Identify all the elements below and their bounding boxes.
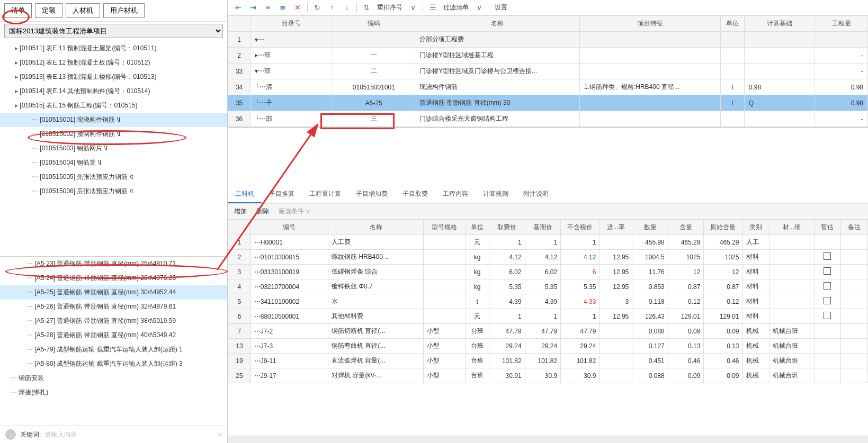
table-row[interactable]: 34└⋯清010515001001现浇构件钢筋1.钢筋种类、规格:HRB400 … <box>228 79 868 95</box>
tree-item[interactable]: [010515001] 现浇构件钢筋 \t <box>0 113 227 127</box>
indent-left-icon[interactable]: ⇤ <box>233 2 244 13</box>
tree-item[interactable]: [010515] 表E.15 钢筋工程(编号：010515) <box>0 98 227 113</box>
table-row[interactable]: 5⋯34110100002水t4.394.394.3330.1180.120.1… <box>228 294 868 309</box>
standard-select[interactable]: 国标2013建筑装饰工程清单项目 <box>4 24 223 38</box>
sub-tab[interactable]: 子目增加费 <box>348 186 395 203</box>
quota-tree[interactable]: [A5-23] 普通钢筋 带肋钢筋 直径(mm) 25\t\4810.71[A5… <box>0 256 227 426</box>
column-header[interactable]: 不含税价 <box>561 220 599 235</box>
tree-item[interactable]: [010515002] 预制构件钢筋 \t <box>0 127 227 141</box>
filter-button[interactable]: 过滤清单 <box>442 3 470 12</box>
checkbox-cell[interactable] <box>814 235 841 250</box>
add-button[interactable]: 增加 <box>234 207 247 216</box>
tree-item[interactable]: [A5-28] 普通钢筋 带肋钢筋 直径(mm) 40\t\5049.42 <box>0 328 227 342</box>
reorder-button[interactable]: 重排序号 <box>376 3 404 12</box>
tree-item[interactable]: [A5-25] 普通钢筋 带肋钢筋 直径(mm) 30\t\4952.44 <box>0 285 227 300</box>
sub-tab[interactable]: 计算规则 <box>476 186 516 203</box>
column-header[interactable]: 数量 <box>632 220 668 235</box>
keyword-input[interactable] <box>45 431 213 438</box>
tab-quota[interactable]: 定额 <box>35 3 62 18</box>
tree-item[interactable]: [010515003] 钢筋网片 \t <box>0 141 227 156</box>
column-header[interactable] <box>228 16 250 32</box>
table-row[interactable]: 6⋯88010500001其他材料费元11112.95126.43129.011… <box>228 309 868 324</box>
checkbox-cell[interactable] <box>814 279 841 294</box>
tree-item[interactable]: [010511] 表E.11 预制混凝土屋架(编号：010511) <box>0 41 227 56</box>
tab-resource[interactable]: 人材机 <box>66 3 100 18</box>
column-header[interactable]: 编码 <box>333 16 415 32</box>
tree-item[interactable]: [A5-79] 成型钢筋运输 载重汽车运输人装人卸(运距) 1 <box>0 342 227 357</box>
column-header[interactable]: 编号 <box>250 220 328 235</box>
table-row[interactable]: 1⋯H00001人工费元111455.98465.29465.29人工 <box>228 235 868 250</box>
column-header[interactable]: 暂估 <box>814 220 841 235</box>
settings-button[interactable]: 设置 <box>494 3 508 12</box>
checkbox-cell[interactable] <box>814 294 841 309</box>
sub-tab[interactable]: 工程量计算 <box>302 186 348 203</box>
tree-item[interactable]: [A5-80] 成型钢筋运输 载重汽车运输人装人卸(运距) 3 <box>0 357 227 371</box>
checkbox-cell[interactable] <box>814 250 841 265</box>
column-header[interactable]: 类别 <box>742 220 769 235</box>
table-row[interactable]: 3⋯03130100019低碳钢焊条 综合kg6.026.02612.9511.… <box>228 265 868 279</box>
outdent-icon[interactable]: ≡ <box>263 2 273 13</box>
table-row[interactable]: 35└⋯子A5-25普通钢筋 带肋钢筋 直径(mm) 30tQ0.98 <box>228 95 868 111</box>
column-header[interactable]: 含量 <box>668 220 704 235</box>
column-header[interactable]: 单位 <box>721 16 744 32</box>
tree-item[interactable]: [A5-23] 普通钢筋 带肋钢筋 直径(mm) 25\t\4810.71 <box>0 257 227 271</box>
table-row[interactable]: 2⋯01010300015螺纹钢筋 HRB400 ...kg4.124.124.… <box>228 250 868 265</box>
down-icon[interactable]: ↓ <box>342 2 352 13</box>
column-header[interactable]: 工程量 <box>815 16 868 32</box>
tree-item[interactable]: 钢筋安装 <box>0 371 227 385</box>
catalog-tree[interactable]: [010511] 表E.11 预制混凝土屋架(编号：010511)[010512… <box>0 40 227 256</box>
delete-icon[interactable]: ✕ <box>292 2 303 13</box>
refresh-icon[interactable]: ↻ <box>312 2 323 13</box>
filter-icon[interactable]: ☰ <box>427 2 438 13</box>
checkbox-cell[interactable] <box>814 339 841 354</box>
table-row[interactable]: 13⋯J7-3钢筋弯曲机 直径(...小型台班29.2429.2429.240.… <box>228 339 868 354</box>
column-header[interactable]: 取费价 <box>489 220 525 235</box>
sub-tab[interactable]: 工程内容 <box>435 186 476 203</box>
table-row[interactable]: 1▾⋯分部分项工程费- <box>228 32 868 48</box>
tree-item[interactable]: [A5-27] 普通钢筋 带肋钢筋 直径(mm) 38\t\5019.59 <box>0 314 227 328</box>
column-header[interactable]: 基期价 <box>525 220 561 235</box>
table-row[interactable]: 4⋯03210700004镀锌铁丝 Φ0.7kg5.355.355.3512.9… <box>228 279 868 294</box>
sub-tab[interactable]: 子目取费 <box>395 186 435 203</box>
chevron-down-icon[interactable]: ∨ <box>474 2 485 13</box>
filter-condition-button[interactable]: 筛选条件 ∨ <box>279 207 311 216</box>
tree-item[interactable]: [010515006] 后张法预应力钢筋 \t <box>0 184 227 198</box>
sort-icon[interactable]: ⇅ <box>361 2 372 13</box>
table-row[interactable]: 25⋯J9-17对焊机 容量(kV·...小型台班30.9130.930.90.… <box>228 368 868 383</box>
tab-user-resource[interactable]: 用户材机 <box>103 3 145 18</box>
table-row[interactable]: 2▸⋯部一门诊楼Y型柱区域桩基工程- <box>228 48 868 64</box>
sub-tab[interactable]: 工料机 <box>228 186 262 203</box>
column-header[interactable] <box>228 220 251 235</box>
column-header[interactable]: 材...细 <box>769 220 814 235</box>
column-header[interactable]: 名称 <box>415 16 580 32</box>
items-grid[interactable]: 目录号编码名称项目特征单位计算基础工程量1▾⋯分部分项工程费-2▸⋯部一门诊楼Y… <box>228 15 868 128</box>
column-header[interactable]: 单位 <box>466 220 489 235</box>
indent-right-icon[interactable]: ⇥ <box>248 2 258 13</box>
clear-icon[interactable]: × <box>218 430 222 439</box>
column-header[interactable]: 计算基础 <box>744 16 815 32</box>
column-header[interactable]: 名称 <box>328 220 424 235</box>
tree-item[interactable]: [010512] 表E.12 预制混凝土板(编号：010512) <box>0 56 227 70</box>
scrollbar[interactable] <box>228 436 868 443</box>
table-row[interactable]: 19⋯J9-11直流弧焊机 容量(...小型台班101.82101.82101.… <box>228 354 868 368</box>
table-row[interactable]: 7⋯J7-2钢筋切断机 直径(...小型台班47.7947.7947.790.0… <box>228 324 868 339</box>
up-icon[interactable]: ↑ <box>327 2 337 13</box>
checkbox-cell[interactable] <box>814 354 841 368</box>
tree-item[interactable]: [010515004] 钢筋笼 \t <box>0 156 227 170</box>
sub-tab[interactable]: 附注说明 <box>516 186 556 203</box>
column-header[interactable]: 目录号 <box>250 16 333 32</box>
column-header[interactable]: 原始含量 <box>704 220 742 235</box>
column-header[interactable]: 进...率 <box>599 220 632 235</box>
tree-item[interactable]: [010513] 表E.13 预制混凝土楼梯(编号：010513) <box>0 70 227 84</box>
tree-item[interactable]: 焊接(绑扎) <box>0 385 227 400</box>
table-row[interactable]: 33▾⋯部二门诊楼Y型柱区域及门诊楼与公卫楼连接...- <box>228 64 868 79</box>
tree-item[interactable]: [010515005] 先张法预应力钢筋 \t <box>0 170 227 184</box>
tree-item[interactable]: [A5-24] 普通钢筋 带肋钢筋 直径(mm) 28\t\4976.26 <box>0 271 227 285</box>
column-header[interactable]: 型号规格 <box>424 220 466 235</box>
checkbox-cell[interactable] <box>814 368 841 383</box>
column-header[interactable]: 备注 <box>841 220 868 235</box>
checkbox-cell[interactable] <box>814 265 841 279</box>
tree-item[interactable]: [010514] 表E.14 其他预制构件(编号：010514) <box>0 84 227 98</box>
sub-tab[interactable]: 子目换算 <box>262 186 302 203</box>
locate-icon[interactable]: ↓ <box>5 429 16 440</box>
